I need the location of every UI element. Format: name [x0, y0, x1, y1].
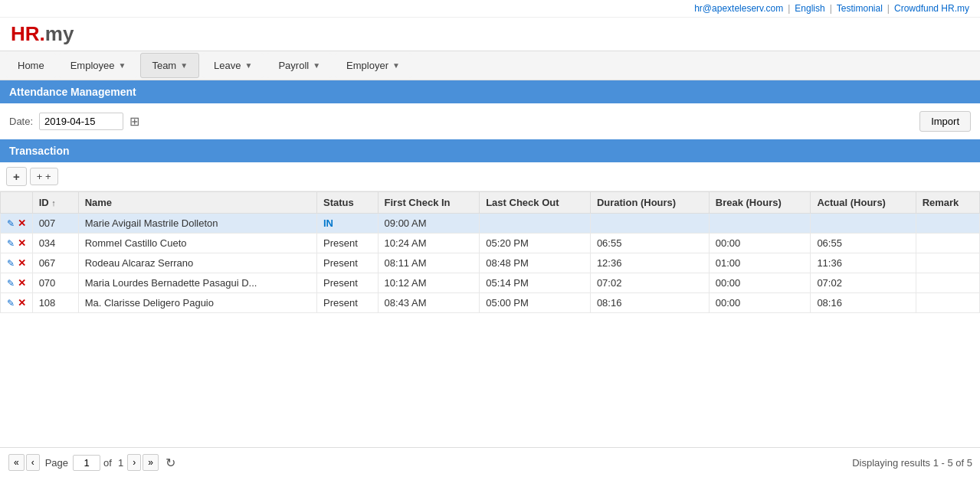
table-row[interactable]: ✎ ✕ 070 Maria Lourdes Bernadette Pasagui…	[1, 273, 980, 293]
cell-break: 00:00	[709, 293, 811, 313]
cell-actual: 06:55	[811, 234, 916, 253]
team-dropdown-icon: ▼	[180, 61, 188, 70]
cell-status: Present	[316, 293, 378, 313]
cell-last-check-out: 08:48 PM	[480, 253, 591, 273]
page-input[interactable]	[73, 455, 100, 471]
results-text: Displaying results 1 - 5 of 5	[852, 457, 972, 469]
section-header: Transaction	[0, 139, 980, 162]
payroll-dropdown-icon: ▼	[313, 61, 320, 70]
row-actions: ✎ ✕	[1, 293, 33, 313]
add-button[interactable]: +	[6, 167, 27, 186]
cell-break: 00:00	[709, 234, 811, 253]
last-page-button[interactable]: »	[143, 454, 159, 471]
edit-button[interactable]: ✎	[7, 298, 15, 309]
date-input[interactable]	[39, 113, 123, 130]
page-header: Attendance Management	[0, 80, 980, 103]
logo[interactable]: HR.my	[11, 22, 74, 46]
logo-my: my	[45, 22, 74, 45]
cell-duration: 08:16	[590, 293, 709, 313]
cell-actual: 11:36	[811, 253, 916, 273]
col-header-first-check-in: First Check In	[378, 192, 480, 214]
nav-employer[interactable]: Employer ▼	[335, 53, 411, 78]
cell-actual: 07:02	[811, 273, 916, 293]
cell-duration	[590, 214, 709, 234]
logo-bar: HR.my	[0, 18, 980, 51]
delete-button[interactable]: ✕	[18, 237, 26, 249]
cell-last-check-out: 05:20 PM	[480, 234, 591, 253]
delete-button[interactable]: ✕	[18, 297, 26, 309]
import-button[interactable]: Import	[919, 111, 971, 132]
top-bar: hr@apexteleserv.com | English | Testimon…	[0, 0, 980, 18]
col-header-last-check-out: Last Check Out	[480, 192, 591, 214]
delete-button[interactable]: ✕	[18, 277, 26, 289]
nav-payroll[interactable]: Payroll ▼	[267, 53, 332, 78]
date-label: Date:	[9, 116, 33, 127]
cell-break: 01:00	[709, 253, 811, 273]
cell-name: Marie Avigail Mastrile Dolleton	[78, 214, 316, 234]
table-header: ID ↑ Name Status First Check In Last Che…	[1, 192, 980, 214]
testimonial-link[interactable]: Testimonial	[837, 3, 883, 14]
filter-row: Date: ⊞ Import	[0, 103, 980, 139]
logo-dot: .	[40, 22, 45, 45]
nav-leave-label: Leave	[214, 60, 241, 71]
edit-button[interactable]: ✎	[7, 218, 15, 229]
cell-remark	[916, 293, 979, 313]
cell-id: 067	[32, 253, 78, 273]
delete-button[interactable]: ✕	[18, 217, 26, 229]
edit-button[interactable]: ✎	[7, 278, 15, 289]
page-label: Page	[45, 457, 68, 469]
table-row[interactable]: ✎ ✕ 034 Rommel Castillo Cueto Present 10…	[1, 234, 980, 253]
col-header-remark: Remark	[916, 192, 979, 214]
cell-status: Present	[316, 253, 378, 273]
row-actions: ✎ ✕	[1, 214, 33, 234]
cell-last-check-out	[480, 214, 591, 234]
nav-team[interactable]: Team ▼	[140, 53, 199, 78]
pagination: « ‹ Page of 1 › » ↻ Displaying results 1…	[0, 447, 980, 477]
cell-first-check-in: 09:00 AM	[378, 214, 480, 234]
edit-button[interactable]: ✎	[7, 258, 15, 269]
sep1: |	[788, 3, 790, 14]
nav-team-label: Team	[152, 60, 176, 71]
cell-remark	[916, 273, 979, 293]
col-header-actions	[1, 192, 33, 214]
table-row[interactable]: ✎ ✕ 108 Ma. Clarisse Deligero Paguio Pre…	[1, 293, 980, 313]
nav-home[interactable]: Home	[6, 53, 56, 78]
nav-employee[interactable]: Employee ▼	[59, 53, 138, 78]
refresh-button[interactable]: ↻	[166, 456, 175, 470]
cell-name: Rodeau Alcaraz Serrano	[78, 253, 316, 273]
add-double-button[interactable]: + +	[30, 168, 58, 185]
col-header-status: Status	[316, 192, 378, 214]
first-page-button[interactable]: «	[8, 454, 25, 471]
crowdfund-link[interactable]: Crowdfund HR.my	[894, 3, 969, 14]
cell-id: 034	[32, 234, 78, 253]
table-row[interactable]: ✎ ✕ 007 Marie Avigail Mastrile Dolleton …	[1, 214, 980, 234]
next-page-button[interactable]: ›	[127, 454, 141, 471]
edit-button[interactable]: ✎	[7, 238, 15, 249]
nav-leave[interactable]: Leave ▼	[202, 53, 264, 78]
sort-icon: ↑	[51, 198, 56, 207]
english-link[interactable]: English	[795, 3, 824, 14]
cell-duration: 12:36	[590, 253, 709, 273]
table-row[interactable]: ✎ ✕ 067 Rodeau Alcaraz Serrano Present 0…	[1, 253, 980, 273]
cell-first-check-in: 08:11 AM	[378, 253, 480, 273]
prev-page-button[interactable]: ‹	[26, 454, 40, 471]
cell-last-check-out: 05:00 PM	[480, 293, 591, 313]
cell-status: IN	[316, 214, 378, 234]
email-link[interactable]: hr@apexteleserv.com	[694, 3, 783, 14]
cell-id: 007	[32, 214, 78, 234]
cell-name: Ma. Clarisse Deligero Paguio	[78, 293, 316, 313]
sep2: |	[830, 3, 832, 14]
cell-first-check-in: 10:12 AM	[378, 273, 480, 293]
cell-actual: 08:16	[811, 293, 916, 313]
cell-remark	[916, 214, 979, 234]
nav-employee-label: Employee	[70, 60, 115, 71]
cell-first-check-in: 10:24 AM	[378, 234, 480, 253]
row-actions: ✎ ✕	[1, 273, 33, 293]
cell-break	[709, 214, 811, 234]
delete-button[interactable]: ✕	[18, 257, 26, 269]
col-header-id[interactable]: ID ↑	[32, 192, 78, 214]
nav-employer-label: Employer	[346, 60, 388, 71]
col-header-duration: Duration (Hours)	[590, 192, 709, 214]
sep3: |	[887, 3, 890, 14]
calendar-icon[interactable]: ⊞	[129, 114, 139, 129]
